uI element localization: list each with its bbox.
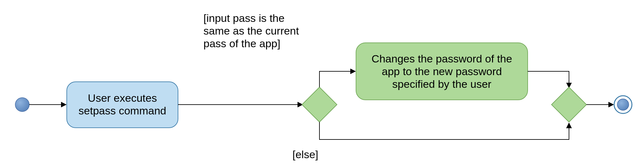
decision-node [302, 87, 337, 122]
edge-d1-m1-else [319, 122, 569, 139]
edge-d1-a2 [319, 71, 355, 87]
merge-node [552, 87, 586, 122]
activity1-line2: setpass command [79, 105, 166, 117]
guard-true-line3: pass of the app] [203, 37, 280, 49]
final-node-inner [617, 99, 629, 110]
activity1-line1: User executes [88, 92, 157, 104]
activity2-line2: app to the new password [382, 65, 502, 77]
activity-diagram: User executes setpass command [input pas… [0, 0, 644, 168]
guard-true-line1: [input pass is the [203, 12, 284, 24]
activity2-line3: specified by the user [392, 78, 491, 90]
edge-a2-m1 [528, 71, 569, 88]
guard-true-line2: same as the current [203, 25, 299, 37]
guard-else: [else] [292, 148, 318, 160]
activity2-line1: Changes the password of the [372, 53, 512, 65]
initial-node [15, 98, 29, 112]
